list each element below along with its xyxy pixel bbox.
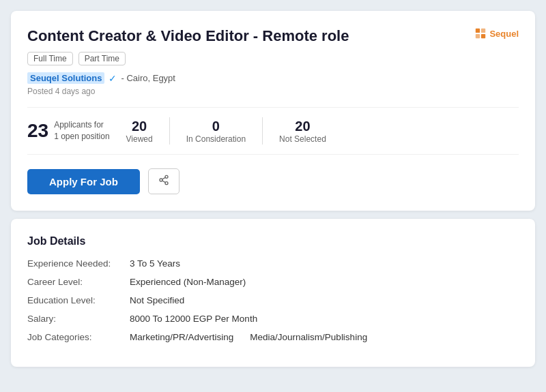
share-button[interactable] [148,168,179,194]
education-label: Education Level: [27,295,130,305]
badge-fulltime: Full Time [27,52,73,65]
job-card: Content Creator & Video Editor - Remote … [11,11,535,211]
salary-row: Salary: 8000 To 12000 EGP Per Month [27,314,519,324]
career-row: Career Level: Experienced (Non-Manager) [27,277,519,287]
sequel-logo-icon [474,27,487,40]
career-value: Experienced (Non-Manager) [130,277,246,287]
categories-value: Marketing/PR/Advertising Media/Journalis… [130,332,367,342]
stat-in-consideration: 0 In Consideration [186,119,246,144]
education-row: Education Level: Not Specified [27,295,519,305]
career-label: Career Level: [27,277,130,287]
company-location: - Cairo, Egypt [121,73,175,83]
education-value: Not Specified [130,295,184,305]
company-row: Seuqel Solutions ✓️ - Cairo, Egypt [27,72,349,84]
job-header: Content Creator & Video Editor - Remote … [27,27,519,107]
experience-label: Experience Needed: [27,258,130,269]
svg-rect-1 [481,29,485,33]
category-1[interactable]: Marketing/PR/Advertising [130,332,233,342]
stat-not-selected: 20 Not Selected [279,119,326,144]
job-info: Content Creator & Video Editor - Remote … [27,27,349,107]
stat-applicants: 23 Applicants for 1 open position [27,119,110,142]
categories-label: Job Categories: [27,332,130,342]
badge-row: Full Time Part Time [27,52,349,65]
posted-date: Posted 4 days ago [27,87,349,96]
job-details-card: Job Details Experience Needed: 3 To 5 Ye… [11,219,535,367]
actions-row: Apply For Job [27,168,519,194]
salary-label: Salary: [27,314,130,324]
applicants-label: Applicants for 1 open position [54,119,109,142]
experience-row: Experience Needed: 3 To 5 Years [27,258,519,269]
stat-viewed: 20 Viewed [126,119,153,144]
stat-divider-2 [262,117,263,145]
sequel-logo: Sequel [474,27,519,40]
share-icon [158,175,169,185]
stats-row: 23 Applicants for 1 open position 20 Vie… [27,107,519,155]
svg-rect-0 [476,29,480,33]
company-name[interactable]: Seuqel Solutions [27,72,104,84]
svg-rect-3 [481,34,485,38]
badge-parttime: Part Time [78,52,126,65]
svg-rect-2 [476,34,480,38]
applicants-count: 23 [27,120,48,142]
categories-row: Job Categories: Marketing/PR/Advertising… [27,332,519,342]
apply-button[interactable]: Apply For Job [27,169,140,194]
salary-value: 8000 To 12000 EGP Per Month [130,314,257,324]
job-title: Content Creator & Video Editor - Remote … [27,27,349,45]
category-2[interactable]: Media/Journalism/Publishing [250,332,367,342]
stat-divider-1 [169,117,170,145]
verified-icon: ✓️ [109,73,117,84]
svg-line-7 [162,181,166,183]
experience-value: 3 To 5 Years [130,258,180,269]
svg-line-8 [162,177,166,179]
job-details-title: Job Details [27,235,519,247]
